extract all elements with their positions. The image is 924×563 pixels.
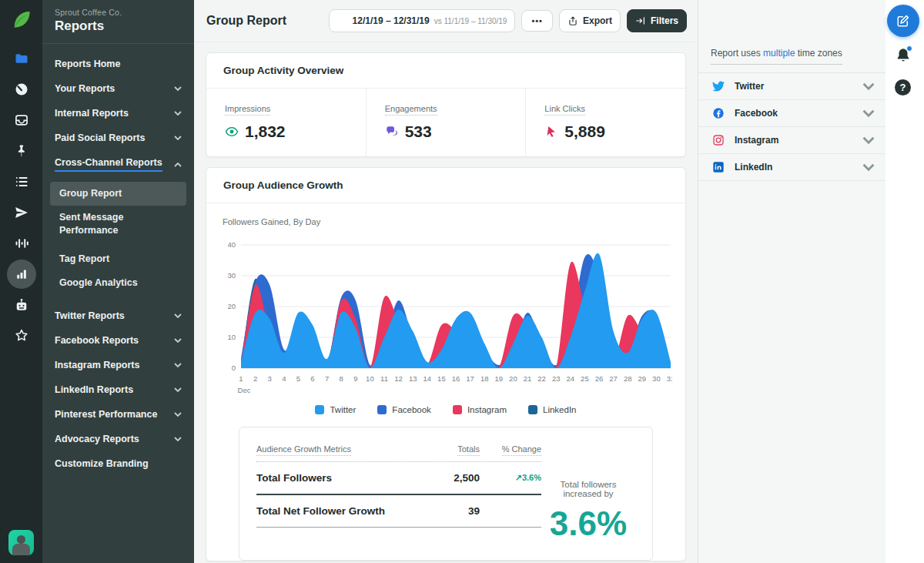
svg-text:23: 23: [552, 374, 561, 383]
metric-label[interactable]: Link Clicks: [544, 104, 585, 116]
sidebar-item-advocacy-reports[interactable]: Advocacy Reports: [42, 427, 194, 451]
svg-text:20: 20: [227, 302, 236, 310]
sprout-logo[interactable]: [10, 8, 33, 31]
col-header-metrics: Audience Growth Metrics: [256, 444, 351, 456]
network-row-instagram[interactable]: Instagram: [698, 127, 886, 154]
date-range-button[interactable]: 12/1/19 – 12/31/19 vs 11/1/19 – 11/30/19: [329, 9, 516, 32]
filters-button[interactable]: Filters: [627, 9, 687, 32]
page-title: Group Report: [206, 14, 323, 28]
table-header-row: Audience Growth Metrics Totals % Change: [256, 444, 541, 462]
pin-icon: [14, 143, 29, 159]
sidebar-subitem-group-report[interactable]: Group Report: [50, 182, 186, 206]
sidebar-item-your-reports[interactable]: Your Reports: [42, 76, 194, 101]
sidebar-item-label: Tag Report: [59, 253, 109, 264]
avatar-head: [17, 535, 25, 544]
network-row-facebook[interactable]: Facebook: [698, 100, 886, 127]
compose-button[interactable]: [887, 5, 919, 37]
metric-label[interactable]: Impressions: [225, 104, 270, 116]
svg-text:10: 10: [227, 333, 236, 341]
calendar-icon: [337, 15, 348, 26]
sidebar-item-dashboard[interactable]: [0, 74, 42, 105]
legend-item-instagram[interactable]: Instagram: [453, 405, 507, 414]
sidebar-item-internal-reports[interactable]: Internal Reports: [42, 101, 194, 126]
timezone-link[interactable]: multiple: [763, 48, 795, 59]
network-row-twitter[interactable]: Twitter: [698, 73, 886, 100]
more-options-button[interactable]: •••: [521, 10, 553, 32]
chevron-down-icon: [174, 136, 182, 140]
sidebar-item-linkedin-reports[interactable]: LinkedIn Reports: [42, 377, 194, 402]
user-avatar[interactable]: [8, 530, 34, 555]
legend-item-facebook[interactable]: Facebook: [377, 405, 431, 414]
feeds-list-icon: [14, 174, 29, 189]
reports-sidebar: Sprout Coffee Co. Reports Reports Home Y…: [42, 0, 194, 563]
svg-text:24: 24: [567, 374, 575, 383]
sidebar-subitem-tag-report[interactable]: Tag Report: [50, 247, 186, 271]
sidebar-item-automation[interactable]: [0, 290, 42, 320]
sidebar-item-reviews[interactable]: [0, 320, 42, 351]
svg-text:22: 22: [537, 374, 546, 383]
automation-bot-icon: [14, 297, 29, 313]
svg-text:16: 16: [452, 374, 460, 383]
svg-text:4: 4: [282, 374, 286, 383]
help-button[interactable]: ?: [895, 79, 911, 96]
sidebar-subitem-google-analytics[interactable]: Google Analytics: [50, 271, 186, 295]
sidebar-item-label: Google Analytics: [59, 277, 138, 288]
svg-text:11: 11: [380, 374, 388, 383]
sidebar-item-pinned[interactable]: [0, 136, 42, 166]
app-rail: [0, 0, 42, 563]
svg-text:6: 6: [310, 374, 314, 383]
sidebar-item-reports-folder[interactable]: [0, 43, 42, 74]
sidebar-item-reports-active[interactable]: [0, 259, 42, 290]
legend-item-linkedin[interactable]: LinkedIn: [528, 405, 576, 414]
group-activity-overview-card: Group Activity Overview Impressions 1,83…: [206, 52, 686, 157]
svg-text:9: 9: [353, 374, 357, 383]
legend-item-twitter[interactable]: Twitter: [315, 405, 356, 414]
sidebar-item-instagram-reports[interactable]: Instagram Reports: [42, 353, 194, 377]
svg-text:27: 27: [609, 374, 618, 383]
metric-label[interactable]: Engagements: [385, 104, 437, 116]
sidebar-item-facebook-reports[interactable]: Facebook Reports: [42, 328, 194, 353]
cross-channel-submenu: Group Report Sent Message Performance Ta…: [42, 179, 194, 299]
notifications-button[interactable]: [895, 47, 912, 64]
filters-icon: [635, 15, 646, 26]
sidebar-item-label: Instagram Reports: [55, 360, 139, 370]
legend-label: Instagram: [467, 405, 507, 414]
svg-text:8: 8: [340, 374, 343, 383]
metrics-row: Impressions 1,832 Engagements 533 Link C…: [206, 89, 685, 156]
account-name: Sprout Coffee Co.: [55, 8, 182, 17]
svg-text:25: 25: [581, 374, 589, 383]
audience-growth-table: Audience Growth Metrics Totals % Change …: [256, 444, 541, 543]
sidebar-item-reports-home[interactable]: Reports Home: [42, 52, 194, 76]
followers-area-chart[interactable]: 0102030401234567891011121314151617181920…: [223, 237, 672, 397]
card-title: Group Activity Overview: [206, 53, 685, 89]
sidebar-item-listening[interactable]: [0, 228, 42, 259]
network-row-linkedin[interactable]: LinkedIn: [698, 154, 886, 181]
network-reports-menu: Twitter Reports Facebook Reports Instagr…: [42, 299, 194, 481]
export-icon: [567, 15, 578, 26]
instagram-icon: [712, 134, 725, 146]
timezone-note: Report uses multiple time zones: [711, 48, 842, 65]
export-button[interactable]: Export: [559, 9, 621, 32]
sidebar-item-label: Reports Home: [55, 59, 120, 69]
active-indicator: [7, 260, 36, 289]
sidebar-item-customize-branding[interactable]: Customize Branding: [42, 451, 194, 476]
svg-text:40: 40: [227, 240, 236, 249]
sidebar-item-label: Internal Reports: [55, 108, 129, 119]
svg-text:30: 30: [227, 271, 236, 280]
sidebar-item-feeds[interactable]: [0, 166, 42, 197]
sidebar-item-inbox[interactable]: [0, 105, 42, 136]
sidebar-item-publishing[interactable]: [0, 197, 42, 228]
svg-text:20: 20: [509, 374, 517, 383]
legend-label: Facebook: [392, 405, 431, 414]
linkedin-icon: [712, 161, 725, 173]
sidebar-item-label: Sent Message Performance: [59, 212, 123, 236]
sidebar-subitem-sent-message-performance[interactable]: Sent Message Performance: [50, 206, 150, 243]
network-filter-panel: Report uses multiple time zones Twitter …: [698, 0, 886, 563]
sidebar-item-pinterest-performance[interactable]: Pinterest Performance: [42, 402, 194, 427]
sidebar-item-paid-social-reports[interactable]: Paid Social Reports: [42, 126, 194, 150]
sidebar-item-twitter-reports[interactable]: Twitter Reports: [42, 303, 194, 328]
report-toolbar: Group Report 12/1/19 – 12/31/19 vs 11/1/…: [194, 0, 698, 42]
svg-text:10: 10: [366, 374, 374, 383]
sidebar-item-cross-channel-reports[interactable]: Cross-Channel Reports: [42, 150, 194, 179]
svg-text:28: 28: [624, 374, 632, 383]
